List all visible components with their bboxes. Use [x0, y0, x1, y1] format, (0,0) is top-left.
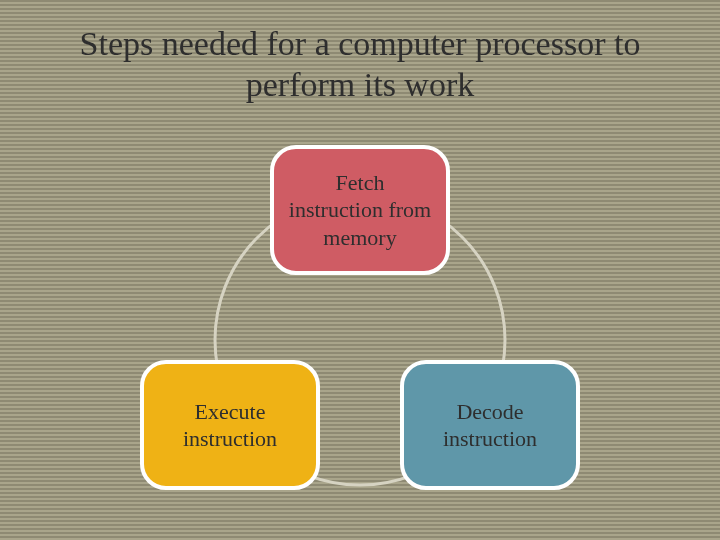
node-decode-label: Decode instruction	[418, 398, 562, 453]
node-fetch: Fetch instruction from memory	[270, 145, 450, 275]
page-title: Steps needed for a computer processor to…	[0, 24, 720, 106]
node-execute: Execute instruction	[140, 360, 320, 490]
node-decode: Decode instruction	[400, 360, 580, 490]
node-fetch-label: Fetch instruction from memory	[288, 169, 432, 252]
node-execute-label: Execute instruction	[158, 398, 302, 453]
cycle-diagram: Fetch instruction from memory Decode ins…	[0, 145, 720, 525]
